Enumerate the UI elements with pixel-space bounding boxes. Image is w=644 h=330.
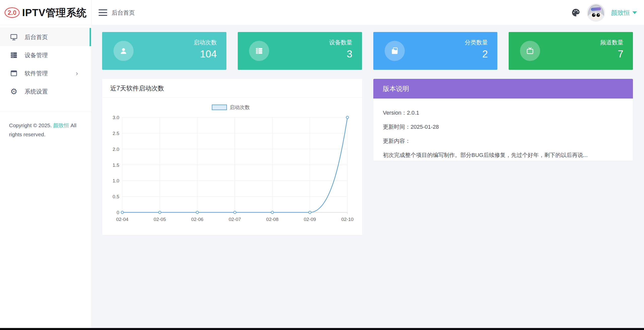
sidebar-menu: 后台首页 设备管理 [0, 28, 91, 101]
server-icon [255, 47, 263, 55]
svg-text:启动次数: 启动次数 [230, 105, 250, 110]
icon-circle [113, 41, 134, 61]
update-content-text: 初次完成整个项目的编写制作。部分BUG后续修复，先过个好年，剩下的以后再说... [383, 151, 623, 159]
sidebar-item-label: 软件管理 [25, 70, 48, 77]
svg-text:02-08: 02-08 [266, 217, 278, 222]
stat-value: 104 [194, 48, 217, 60]
svg-text:02-06: 02-06 [191, 217, 204, 222]
sidebar-item-settings[interactable]: ⚙ 系统设置 [0, 82, 91, 101]
sidebar-item-devices[interactable]: 设备管理 [0, 46, 91, 64]
stat-label: 频道数量 [600, 39, 623, 46]
main-content: 启动次数 104 [92, 25, 644, 328]
stat-card-channels: 频道数量 7 [509, 32, 633, 70]
sidebar-item-dashboard[interactable]: 后台首页 [0, 28, 91, 46]
line-chart: 00.51.01.52.02.53.002-0402-0502-0602-070… [102, 98, 362, 235]
copyright-prefix: Copyright © 2025. [9, 122, 53, 128]
svg-text:1.5: 1.5 [113, 162, 119, 168]
version-badge: 2.0 [5, 7, 20, 18]
icon-circle [249, 41, 269, 61]
palette-icon [571, 8, 580, 17]
stat-value: 3 [329, 48, 352, 60]
chart-title: 近7天软件启动次数 [102, 79, 362, 98]
breadcrumb: 后台首页 [112, 0, 135, 25]
version-card-header: 版本说明 [373, 79, 633, 98]
sidebar-item-label: 后台首页 [25, 33, 48, 41]
update-time: 更新时间：2025-01-28 [383, 123, 623, 131]
chevron-right-icon: › [76, 70, 78, 77]
stat-card-categories: 分类数量 2 [373, 32, 498, 70]
sidebar-item-label: 系统设置 [25, 88, 48, 95]
stat-value: 2 [465, 48, 488, 60]
svg-text:02-10: 02-10 [341, 217, 354, 222]
tv-icon [526, 47, 534, 55]
top-bar: 2.0 IPTV管理系统 后台首页 [0, 0, 644, 25]
svg-text:2.5: 2.5 [113, 131, 119, 136]
copyright-owner-link[interactable]: 颜致恒 [53, 122, 69, 128]
app-window-icon [10, 70, 18, 77]
sidebar-item-label: 设备管理 [25, 51, 48, 59]
theme-button[interactable] [571, 8, 581, 18]
folder-icon [390, 47, 399, 55]
stat-card-devices: 设备数量 3 [238, 32, 362, 70]
topbar-right: 颜致恒 [571, 0, 637, 25]
stat-cards-row: 启动次数 104 [102, 32, 633, 70]
stat-label: 分类数量 [465, 39, 488, 46]
launch-chart-card: 近7天软件启动次数 00.51.01.52.02.53.002-0402-050… [102, 79, 362, 235]
chart-area: 00.51.01.52.02.53.002-0402-0502-0602-070… [102, 98, 362, 235]
version-number: Version：2.0.1 [383, 109, 623, 117]
svg-text:1.0: 1.0 [113, 178, 119, 183]
header-divider [91, 0, 92, 25]
username: 颜致恒 [611, 9, 630, 17]
user-menu[interactable]: 颜致恒 [611, 9, 637, 17]
stat-label: 启动次数 [194, 39, 217, 46]
stat-value: 7 [600, 48, 623, 60]
update-content-label: 更新内容： [383, 137, 623, 145]
sidebar: 后台首页 设备管理 [0, 25, 91, 328]
version-card-title: 版本说明 [383, 84, 409, 93]
sidebar-item-software[interactable]: 软件管理 › [0, 64, 91, 82]
user-avatar[interactable] [587, 4, 605, 22]
monitor-icon [10, 33, 18, 41]
gear-icon: ⚙ [10, 88, 18, 95]
svg-text:02-04: 02-04 [116, 217, 129, 222]
copyright: Copyright © 2025. 颜致恒 All rights reserve… [0, 111, 91, 149]
svg-text:2.0: 2.0 [113, 147, 119, 152]
version-card: 版本说明 Version：2.0.1 更新时间：2025-01-28 更新内容：… [373, 79, 633, 161]
avatar-image [587, 4, 605, 22]
svg-text:02-05: 02-05 [154, 217, 166, 222]
svg-text:0.5: 0.5 [113, 194, 119, 199]
active-indicator [90, 28, 91, 46]
logo-link[interactable]: 2.0 IPTV管理系统 [5, 0, 91, 25]
app-title: IPTV管理系统 [22, 6, 87, 20]
stat-card-launches: 启动次数 104 [102, 32, 226, 70]
bottom-strip [0, 328, 644, 330]
sidebar-toggle-button[interactable] [99, 9, 107, 17]
server-icon [10, 51, 18, 59]
svg-text:3.0: 3.0 [113, 115, 119, 120]
stat-label: 设备数量 [329, 39, 352, 46]
chevron-down-icon [632, 11, 637, 14]
version-card-body: Version：2.0.1 更新时间：2025-01-28 更新内容： 初次完成… [373, 98, 633, 161]
icon-circle [520, 41, 540, 61]
user-icon [119, 47, 128, 55]
icon-circle [385, 41, 405, 61]
svg-text:02-09: 02-09 [304, 217, 316, 222]
svg-text:02-07: 02-07 [229, 217, 241, 222]
svg-text:0: 0 [116, 210, 119, 215]
